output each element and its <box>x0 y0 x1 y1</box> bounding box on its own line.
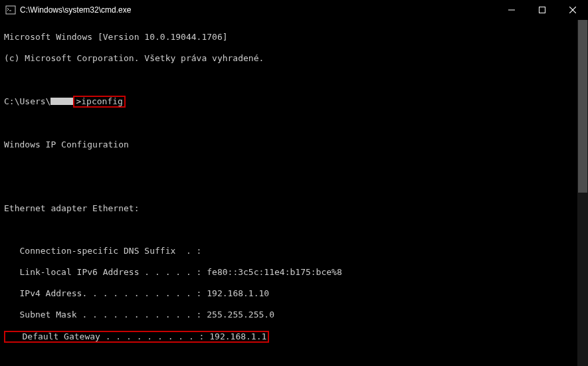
ipv4-label: IPv4 Address. . . . . . . . . . . : <box>4 288 207 298</box>
subnet-label: Subnet Mask . . . . . . . . . . . : <box>4 310 207 320</box>
ipv4-line: IPv4 Address. . . . . . . . . . . : 192.… <box>4 288 584 299</box>
banner-line: Microsoft Windows [Version 10.0.19044.17… <box>4 32 584 43</box>
adapter-name: Ethernet adapter Ethernet: <box>4 203 584 214</box>
redacted-username <box>50 98 73 105</box>
command-text: >ipconfig <box>76 96 122 106</box>
blank-line <box>4 182 584 193</box>
prompt-line: C:\Users\>ipconfig <box>4 96 584 108</box>
gateway-label: Default Gateway . . . . . . . . . : <box>7 331 209 341</box>
ipv6-value: fe80::3c5c:11e4:b175:bce%8 <box>207 267 342 277</box>
dns-suffix-line: Connection-specific DNS Suffix . : <box>4 246 584 256</box>
prompt-prefix: C:\Users\ <box>4 96 50 106</box>
blank-line <box>4 118 584 129</box>
titlebar[interactable]: C:\Windows\system32\cmd.exe <box>0 0 588 20</box>
scrollbar-thumb[interactable] <box>578 20 587 193</box>
ipv6-label: Link-local IPv6 Address . . . . . : <box>4 267 207 277</box>
highlight-gateway: Default Gateway . . . . . . . . . : 192.… <box>4 331 269 343</box>
window-title: C:\Windows\system32\cmd.exe <box>20 5 496 15</box>
scrollbar[interactable] <box>577 20 588 366</box>
titlebar-buttons <box>496 0 588 20</box>
subnet-value: 255.255.255.0 <box>207 310 274 320</box>
copyright-line: (c) Microsoft Corporation. Všetky práva … <box>4 53 584 64</box>
terminal-content[interactable]: Microsoft Windows [Version 10.0.19044.17… <box>0 20 588 366</box>
maximize-button[interactable] <box>527 0 557 20</box>
blank-line <box>4 353 584 364</box>
close-button[interactable] <box>557 0 588 20</box>
highlight-command: >ipconfig <box>73 96 125 108</box>
minimize-button[interactable] <box>496 0 527 20</box>
gateway-line: Default Gateway . . . . . . . . . : 192.… <box>4 331 584 343</box>
subnet-line: Subnet Mask . . . . . . . . . . . : 255.… <box>4 310 584 320</box>
blank-line <box>4 161 584 171</box>
svg-rect-0 <box>6 6 15 14</box>
blank-line <box>4 74 584 85</box>
cmd-icon <box>5 5 16 15</box>
ipv4-value: 192.168.1.10 <box>207 288 269 298</box>
gateway-value: 192.168.1.1 <box>209 331 266 341</box>
blank-line <box>4 225 584 235</box>
svg-rect-3 <box>539 7 545 13</box>
ipv6-line: Link-local IPv6 Address . . . . . : fe80… <box>4 267 584 278</box>
ip-config-header: Windows IP Configuration <box>4 139 584 150</box>
